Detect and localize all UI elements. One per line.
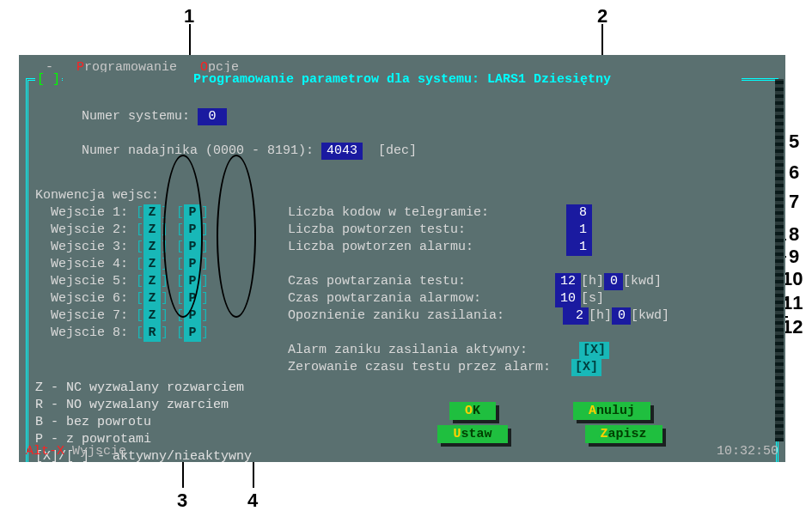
numer-nadajnika-label: Numer nadajnika (0000 - 8191): <box>82 143 314 158</box>
wejscie-7-label: Wejscie 7: <box>51 308 128 323</box>
anuluj-button[interactable]: Anuluj <box>573 402 650 420</box>
wejscie-2-label: Wejscie 2: <box>51 222 128 237</box>
czas-powt-testu-kwd[interactable]: 0 <box>604 273 623 290</box>
numer-systemu-input[interactable]: 0 <box>198 108 227 125</box>
wejscie-8-a[interactable]: R <box>143 325 161 342</box>
callout-9: 9 <box>789 246 799 268</box>
opoznienie-label: Opoznienie zaniku zasilania: <box>288 308 504 323</box>
callout-8: 8 <box>789 223 799 246</box>
legend-line: B - bez powrotu <box>35 414 319 431</box>
wejscie-5-b[interactable]: P <box>184 273 201 290</box>
wejscie-1-a[interactable]: Z <box>143 204 161 222</box>
opoznienie-h[interactable]: 2 <box>563 307 589 325</box>
czas-powt-testu-h[interactable]: 12 <box>555 273 581 290</box>
wejscie-2-b[interactable]: P <box>184 222 201 239</box>
czas-powt-alarmow-input[interactable]: 10 <box>555 290 581 307</box>
numer-systemu-label: Numer systemu: <box>82 109 190 124</box>
wejscie-8-b[interactable]: P <box>184 325 201 342</box>
ustaw-button[interactable]: Ustaw <box>437 425 507 443</box>
zerowanie-checkbox[interactable]: [X] <box>571 359 601 376</box>
callout-5: 5 <box>789 131 799 153</box>
legend-line: Z - NC wyzwalany rozwarciem <box>35 380 319 397</box>
wejscie-4-b[interactable]: P <box>184 256 201 273</box>
liczba-kodow-input[interactable]: 8 <box>566 204 592 222</box>
status-bar: Alt-X Wyjscie 10:32:50 <box>26 444 778 459</box>
scrollbar[interactable] <box>775 79 784 441</box>
frame-mark: [ ] <box>35 72 62 87</box>
liczba-powt-testu-input[interactable]: 1 <box>566 222 592 239</box>
wejscie-1-label: Wejscie 1: <box>51 205 128 220</box>
wejscie-6-b[interactable]: P <box>184 290 201 307</box>
frame-title: Programowanie parametrow dla systemu: LA… <box>63 72 742 87</box>
wejscie-2-a[interactable]: Z <box>143 222 161 239</box>
dialog-frame: [ ] Programowanie parametrow dla systemu… <box>26 78 778 462</box>
ok-button[interactable]: OK <box>449 402 496 420</box>
wejscie-7-b[interactable]: P <box>184 307 201 325</box>
wejscie-4-a[interactable]: Z <box>143 256 161 273</box>
wejscie-3-a[interactable]: Z <box>143 239 161 256</box>
callout-3: 3 <box>177 490 187 512</box>
czas-powt-testu-label: Czas powtarzania testu: <box>288 274 466 289</box>
wejscie-6-a[interactable]: Z <box>143 290 161 307</box>
callout-6: 6 <box>789 161 799 184</box>
legend-line: R - NO wyzwalany zwarciem <box>35 397 319 414</box>
liczba-powt-alarmu-label: Liczba powtorzen alarmu: <box>288 240 473 254</box>
terminal-window: - Programowanie Opcje [ ] Programowanie … <box>19 55 785 462</box>
status-label: Wyjscie <box>72 444 126 459</box>
status-hotkey: Alt-X <box>26 444 64 459</box>
wejscie-5-label: Wejscie 5: <box>51 274 128 289</box>
callout-7: 7 <box>789 191 799 213</box>
konwencja-header: Konwencja wejsc: <box>35 188 159 203</box>
wejscie-6-label: Wejscie 6: <box>51 291 128 306</box>
wejscie-5-a[interactable]: Z <box>143 273 161 290</box>
wejscie-1-b[interactable]: P <box>184 204 201 222</box>
wejscie-3-b[interactable]: P <box>184 239 201 256</box>
wejscie-4-label: Wejscie 4: <box>51 257 128 271</box>
numer-nadajnika-input[interactable]: 4043 <box>321 143 363 160</box>
liczba-powt-alarmu-input[interactable]: 1 <box>566 239 592 256</box>
wejscie-7-a[interactable]: Z <box>143 307 161 325</box>
zerowanie-label: Zerowanie czasu testu przez alarm: <box>288 360 551 374</box>
alarm-zaniku-label: Alarm zaniku zasilania aktywny: <box>288 343 528 357</box>
status-time: 10:32:50 <box>717 444 778 459</box>
alarm-zaniku-checkbox[interactable]: [X] <box>579 342 609 359</box>
numer-nadajnika-unit: [dec] <box>378 143 417 158</box>
wejscie-8-label: Wejscie 8: <box>51 325 128 340</box>
zapisz-button[interactable]: Zapisz <box>585 425 662 443</box>
opoznienie-kwd[interactable]: 0 <box>612 307 631 325</box>
wejscie-3-label: Wejscie 3: <box>51 240 128 254</box>
callout-4: 4 <box>247 490 258 512</box>
liczba-powt-testu-label: Liczba powtorzen testu: <box>288 222 466 237</box>
czas-powt-alarmow-label: Czas powtarzania alarmow: <box>288 291 481 306</box>
liczba-kodow-label: Liczba kodow w telegramie: <box>288 205 489 220</box>
